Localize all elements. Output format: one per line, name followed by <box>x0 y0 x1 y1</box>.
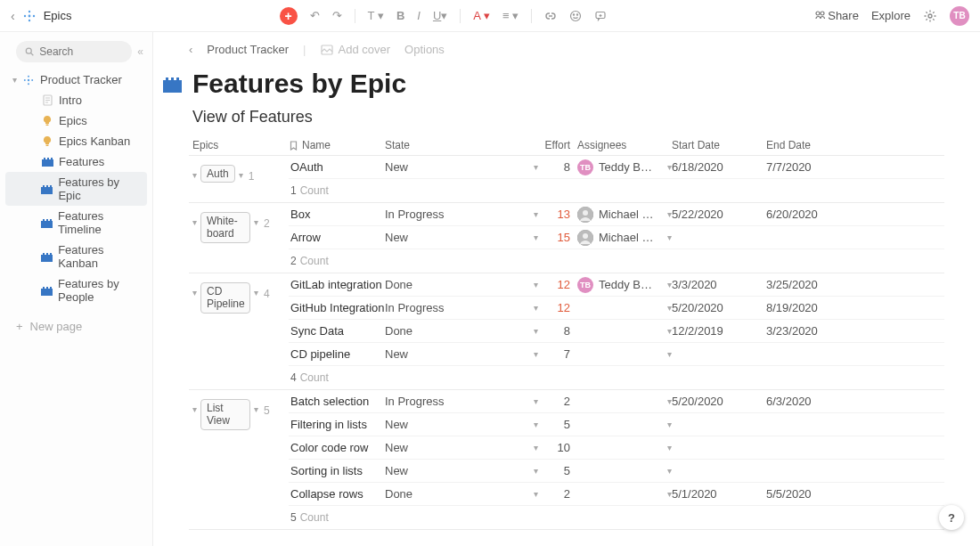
chevron-down-icon[interactable]: ▾ <box>254 217 258 227</box>
cell-end[interactable]: 6/3/2020 <box>766 395 862 408</box>
sidebar-item[interactable]: Features <box>5 151 147 172</box>
sidebar-root[interactable]: ▾ Product Tracker <box>5 69 147 90</box>
cell-assignee[interactable]: ▾ <box>577 489 672 499</box>
cell-name[interactable]: Sorting in lists <box>289 464 385 477</box>
cell-name[interactable]: Color code row <box>289 441 385 454</box>
table-row[interactable]: GitHub IntegrationIn Progress▾12▾5/20/20… <box>289 297 944 320</box>
cell-effort[interactable]: 13 <box>543 208 577 221</box>
cell-effort[interactable]: 5 <box>543 418 577 431</box>
table-row[interactable]: Batch selectionIn Progress▾2▾5/20/20206/… <box>289 390 944 413</box>
cell-assignee[interactable]: Michael Du…▾ <box>577 230 672 246</box>
cell-state[interactable]: New▾ <box>385 347 543 361</box>
chevron-down-icon[interactable]: ▾ <box>534 232 538 242</box>
table-row[interactable]: GitLab integrationDone▾12TBTeddy Bear▾3/… <box>289 273 944 297</box>
cell-assignee[interactable]: ▾ <box>577 349 672 359</box>
chevron-down-icon[interactable]: ▾ <box>534 303 538 313</box>
chevron-down-icon[interactable]: ▾ <box>12 75 17 85</box>
add-button[interactable]: + <box>280 7 298 25</box>
col-assignees[interactable]: Assignees <box>577 139 672 151</box>
table-row[interactable]: Collapse rowsDone▾2▾5/1/20205/5/2020 <box>289 483 944 506</box>
chevron-down-icon[interactable]: ▾ <box>239 170 243 180</box>
chevron-down-icon[interactable]: ▾ <box>254 288 258 297</box>
cell-name[interactable]: GitLab integration <box>289 278 385 291</box>
chevron-down-icon[interactable]: ▾ <box>534 280 538 289</box>
cell-assignee[interactable]: TBTeddy Bear▾ <box>577 159 672 175</box>
cell-start[interactable]: 5/20/2020 <box>672 301 766 314</box>
cell-effort[interactable]: 12 <box>543 278 577 291</box>
sidebar-item[interactable]: Features Timeline <box>5 206 147 240</box>
cell-state[interactable]: Done▾ <box>385 487 543 501</box>
chevron-down-icon[interactable]: ▾ <box>192 217 197 227</box>
chevron-down-icon[interactable]: ▾ <box>534 162 538 172</box>
bold-button[interactable]: B <box>396 9 404 22</box>
cell-effort[interactable]: 5 <box>543 464 577 477</box>
cell-name[interactable]: Arrow <box>289 231 385 244</box>
cell-state[interactable]: In Progress▾ <box>385 395 543 408</box>
options-button[interactable]: Options <box>404 43 445 56</box>
chevron-down-icon[interactable]: ▾ <box>667 232 672 242</box>
align-button[interactable]: ≡ ▾ <box>502 9 519 22</box>
settings-icon[interactable] <box>923 9 937 23</box>
cell-assignee[interactable]: Michael Du…▾ <box>577 207 672 223</box>
add-cover-button[interactable]: Add cover <box>321 43 391 56</box>
cell-start[interactable]: 6/18/2020 <box>672 160 766 174</box>
col-end-date[interactable]: End Date <box>766 139 862 151</box>
cell-start[interactable]: 5/20/2020 <box>672 395 766 408</box>
comment-button[interactable] <box>594 10 607 22</box>
cell-state[interactable]: New▾ <box>385 418 543 431</box>
sidebar-item[interactable]: Features by People <box>5 273 147 307</box>
table-row[interactable]: CD pipelineNew▾7▾ <box>289 343 944 366</box>
chevron-down-icon[interactable]: ▾ <box>534 326 538 336</box>
cell-effort[interactable]: 15 <box>543 231 577 244</box>
help-button[interactable]: ? <box>939 505 964 530</box>
chevron-down-icon[interactable]: ▾ <box>667 420 672 429</box>
chevron-down-icon[interactable]: ▾ <box>534 466 538 476</box>
col-epics[interactable]: Epics <box>189 139 289 151</box>
underline-button[interactable]: U ▾ <box>433 9 447 22</box>
col-effort[interactable]: Effort <box>543 139 577 151</box>
cell-effort[interactable]: 7 <box>543 347 577 361</box>
view-title[interactable]: View of Features <box>189 108 944 126</box>
cell-assignee[interactable]: ▾ <box>577 420 672 429</box>
chevron-down-icon[interactable]: ▾ <box>534 349 538 359</box>
cell-state[interactable]: New▾ <box>385 231 543 244</box>
share-button[interactable]: Share <box>814 9 859 22</box>
chevron-down-icon[interactable]: ▾ <box>534 489 538 499</box>
workspace-title[interactable]: Epics <box>44 9 72 22</box>
link-button[interactable] <box>544 10 557 22</box>
cell-start[interactable]: 3/3/2020 <box>672 278 766 291</box>
cell-start[interactable]: 5/22/2020 <box>672 208 766 221</box>
chevron-down-icon[interactable]: ▾ <box>254 404 258 414</box>
breadcrumb-parent[interactable]: Product Tracker <box>207 43 289 56</box>
col-name[interactable]: Name <box>289 139 385 151</box>
breadcrumb-back-icon[interactable]: ‹ <box>189 43 192 56</box>
text-style-button[interactable]: T ▾ <box>368 9 384 22</box>
redo-button[interactable]: ↷ <box>332 9 342 22</box>
user-avatar[interactable]: TB <box>950 6 969 26</box>
cell-assignee[interactable]: TBTeddy Bear▾ <box>577 277 672 293</box>
sidebar-item[interactable]: Features Kanban <box>5 240 147 273</box>
chevron-down-icon[interactable]: ▾ <box>192 288 197 297</box>
cell-effort[interactable]: 8 <box>543 160 577 174</box>
cell-name[interactable]: Batch selection <box>289 395 385 408</box>
cell-state[interactable]: Done▾ <box>385 278 543 291</box>
search-input[interactable] <box>16 41 132 62</box>
table-row[interactable]: Sorting in listsNew▾5▾ <box>289 460 944 483</box>
cell-state[interactable]: In Progress▾ <box>385 301 543 314</box>
new-page-button[interactable]: + New page <box>0 313 152 340</box>
chevron-down-icon[interactable]: ▾ <box>192 404 197 414</box>
cell-state[interactable]: In Progress▾ <box>385 208 543 221</box>
cell-assignee[interactable]: ▾ <box>577 303 672 313</box>
sidebar-item[interactable]: Intro <box>5 90 147 110</box>
chevron-down-icon[interactable]: ▾ <box>667 349 672 359</box>
page-icon[interactable] <box>162 75 182 93</box>
cell-start[interactable]: 12/2/2019 <box>672 324 766 338</box>
chevron-down-icon[interactable]: ▾ <box>192 170 197 180</box>
col-state[interactable]: State <box>385 139 543 151</box>
sidebar-item[interactable]: Features by Epic <box>5 172 147 206</box>
cell-end[interactable]: 3/25/2020 <box>766 278 862 291</box>
cell-end[interactable]: 8/19/2020 <box>766 301 862 314</box>
collapse-sidebar-icon[interactable]: « <box>137 45 143 58</box>
chevron-down-icon[interactable]: ▾ <box>534 443 538 452</box>
cell-end[interactable]: 7/7/2020 <box>766 160 862 174</box>
